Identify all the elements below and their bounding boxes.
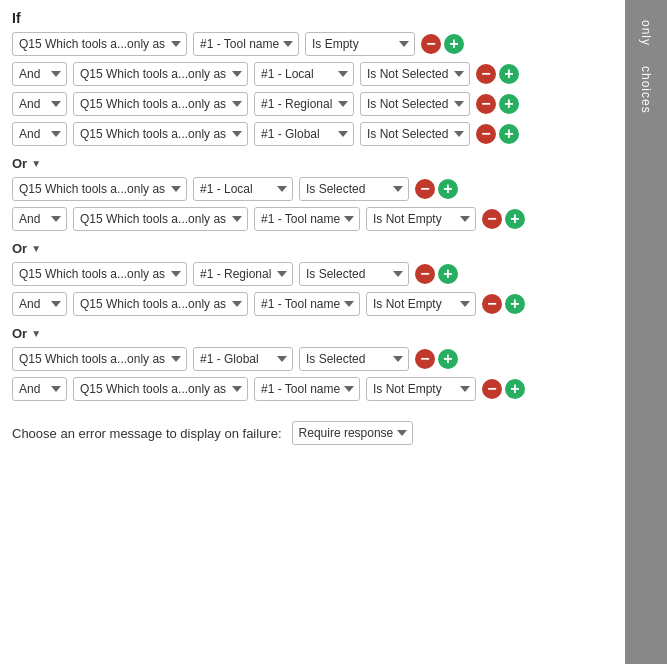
if-row-1-condition[interactable]: Is Empty [305, 32, 415, 56]
or-chevron-3: ▼ [31, 328, 41, 339]
if-row-3-connector[interactable]: And [12, 92, 67, 116]
if-row-3-add-button[interactable]: + [499, 94, 519, 114]
or1-row-2-field[interactable]: #1 - Tool name [254, 207, 360, 231]
or-label-1: Or ▼ [12, 156, 613, 171]
or1-row-1-condition[interactable]: Is Selected [299, 177, 409, 201]
or2-row-2-condition[interactable]: Is Not Empty [366, 292, 476, 316]
or1-row-1-remove-button[interactable]: − [415, 179, 435, 199]
or1-row-2-condition[interactable]: Is Not Empty [366, 207, 476, 231]
or2-row-2-add-button[interactable]: + [505, 294, 525, 314]
or2-row-1-field[interactable]: #1 - Regional [193, 262, 293, 286]
or2-row-2-actions: − + [482, 294, 525, 314]
if-row-3-condition[interactable]: Is Not Selected [360, 92, 470, 116]
or3-row-1: Q15 Which tools a...only as many a... #1… [12, 347, 613, 371]
main-panel: If Q15 Which tools a...only as many a...… [0, 0, 625, 664]
or2-row-1-question[interactable]: Q15 Which tools a...only as many a... [12, 262, 187, 286]
or1-row-1-add-button[interactable]: + [438, 179, 458, 199]
if-row-2: And Q15 Which tools a...only as many a..… [12, 62, 613, 86]
or2-row-2-question[interactable]: Q15 Which tools a...only as many a... [73, 292, 248, 316]
or-label-2: Or ▼ [12, 241, 613, 256]
or3-row-2: And Q15 Which tools a...only as many a..… [12, 377, 613, 401]
footer-label: Choose an error message to display on fa… [12, 426, 282, 441]
or3-row-2-remove-button[interactable]: − [482, 379, 502, 399]
or3-row-1-field[interactable]: #1 - Global [193, 347, 293, 371]
or1-row-2-question[interactable]: Q15 Which tools a...only as many a... [73, 207, 248, 231]
sidebar-text-2: choices [639, 66, 653, 114]
or1-row-2: And Q15 Which tools a...only as many a..… [12, 207, 613, 231]
or3-row-1-actions: − + [415, 349, 458, 369]
if-row-1-add-button[interactable]: + [444, 34, 464, 54]
or3-row-2-question[interactable]: Q15 Which tools a...only as many a... [73, 377, 248, 401]
or1-row-2-connector[interactable]: And [12, 207, 67, 231]
if-row-1-actions: − + [421, 34, 464, 54]
footer-row: Choose an error message to display on fa… [12, 415, 613, 445]
right-sidebar: only choices [625, 0, 667, 664]
or2-row-1-condition[interactable]: Is Selected [299, 262, 409, 286]
or2-row-1-actions: − + [415, 264, 458, 284]
or2-row-2-field[interactable]: #1 - Tool name [254, 292, 360, 316]
or3-row-1-question[interactable]: Q15 Which tools a...only as many a... [12, 347, 187, 371]
if-label: If [12, 10, 613, 26]
if-row-4-field[interactable]: #1 - Global [254, 122, 354, 146]
if-row-4: And Q15 Which tools a...only as many a..… [12, 122, 613, 146]
or2-row-2: And Q15 Which tools a...only as many a..… [12, 292, 613, 316]
if-row-4-condition[interactable]: Is Not Selected [360, 122, 470, 146]
if-row-4-actions: − + [476, 124, 519, 144]
if-row-3-field[interactable]: #1 - Regional [254, 92, 354, 116]
if-row-2-add-button[interactable]: + [499, 64, 519, 84]
or-section-3: Or ▼ Q15 Which tools a...only as many a.… [12, 326, 613, 401]
sidebar-text-1: only [639, 20, 653, 46]
if-row-1-question[interactable]: Q15 Which tools a...only as many a... [12, 32, 187, 56]
if-row-4-add-button[interactable]: + [499, 124, 519, 144]
if-section: If Q15 Which tools a...only as many a...… [12, 10, 613, 146]
or1-row-2-actions: − + [482, 209, 525, 229]
if-row-3-question[interactable]: Q15 Which tools a...only as many a... [73, 92, 248, 116]
if-row-1-field[interactable]: #1 - Tool name [193, 32, 299, 56]
if-row-2-remove-button[interactable]: − [476, 64, 496, 84]
if-row-3: And Q15 Which tools a...only as many a..… [12, 92, 613, 116]
or3-row-1-add-button[interactable]: + [438, 349, 458, 369]
or1-row-2-remove-button[interactable]: − [482, 209, 502, 229]
if-row-1-remove-button[interactable]: − [421, 34, 441, 54]
or3-row-2-field[interactable]: #1 - Tool name [254, 377, 360, 401]
if-row-4-question[interactable]: Q15 Which tools a...only as many a... [73, 122, 248, 146]
or3-row-2-connector[interactable]: And [12, 377, 67, 401]
or3-row-1-condition[interactable]: Is Selected [299, 347, 409, 371]
error-message-select[interactable]: Require response Custom message [292, 421, 413, 445]
or2-row-1-remove-button[interactable]: − [415, 264, 435, 284]
or-section-1: Or ▼ Q15 Which tools a...only as many a.… [12, 156, 613, 231]
or1-row-1-field[interactable]: #1 - Local [193, 177, 293, 201]
if-row-3-remove-button[interactable]: − [476, 94, 496, 114]
if-row-2-field[interactable]: #1 - Local [254, 62, 354, 86]
or1-row-1-actions: − + [415, 179, 458, 199]
if-row-3-actions: − + [476, 94, 519, 114]
or3-row-2-add-button[interactable]: + [505, 379, 525, 399]
or1-row-2-add-button[interactable]: + [505, 209, 525, 229]
if-row-2-condition[interactable]: Is Not Selected [360, 62, 470, 86]
if-row-2-actions: − + [476, 64, 519, 84]
or1-row-1-question[interactable]: Q15 Which tools a...only as many a... [12, 177, 187, 201]
or3-row-2-condition[interactable]: Is Not Empty [366, 377, 476, 401]
or3-row-1-remove-button[interactable]: − [415, 349, 435, 369]
if-row-1: Q15 Which tools a...only as many a... #1… [12, 32, 613, 56]
or-chevron-1: ▼ [31, 158, 41, 169]
or-label-3: Or ▼ [12, 326, 613, 341]
or1-row-1: Q15 Which tools a...only as many a... #1… [12, 177, 613, 201]
or2-row-2-connector[interactable]: And [12, 292, 67, 316]
or2-row-2-remove-button[interactable]: − [482, 294, 502, 314]
or2-row-1-add-button[interactable]: + [438, 264, 458, 284]
or3-row-2-actions: − + [482, 379, 525, 399]
or2-row-1: Q15 Which tools a...only as many a... #1… [12, 262, 613, 286]
if-row-2-connector[interactable]: And [12, 62, 67, 86]
or-section-2: Or ▼ Q15 Which tools a...only as many a.… [12, 241, 613, 316]
if-row-4-connector[interactable]: And [12, 122, 67, 146]
if-row-2-question[interactable]: Q15 Which tools a...only as many a... [73, 62, 248, 86]
or-chevron-2: ▼ [31, 243, 41, 254]
if-row-4-remove-button[interactable]: − [476, 124, 496, 144]
